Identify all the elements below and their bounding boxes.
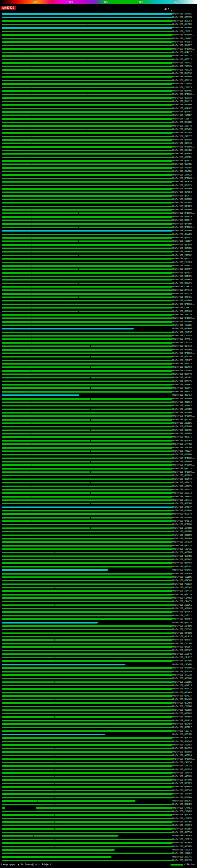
hit-bar[interactable] [2, 13, 172, 15]
hit-label[interactable]: UniRef100_UPI000... [172, 509, 197, 513]
hit-label[interactable]: UniRef100_B7FPQ0 [172, 778, 197, 782]
hit-bar[interactable] [2, 307, 172, 309]
hit-bar[interactable] [2, 317, 172, 319]
hit-label[interactable]: UniRef100_B6AHR9 [172, 803, 197, 806]
hit-bar[interactable] [2, 636, 172, 638]
hit-bar[interactable] [2, 345, 172, 347]
hit-label[interactable]: UniRef100_C1BF17 [172, 306, 197, 309]
hit-label[interactable]: UniRef100_UPI000... [172, 48, 197, 51]
hit-bar[interactable] [2, 384, 172, 385]
hit-bar[interactable] [2, 373, 172, 375]
hit-label[interactable]: UniRef100_Q5CPX4 [172, 768, 197, 771]
hit-label[interactable]: UniRef100_Q5KJU2 [172, 736, 197, 740]
hit-bar[interactable] [2, 426, 172, 427]
hit-label[interactable]: UniRef100_C3SJ54 [172, 764, 197, 768]
hit-bar[interactable] [2, 590, 172, 592]
hit-label[interactable]: UniRef100_A7NP19 [172, 684, 197, 687]
hit-label[interactable]: UniRef100_A9NWR2 [172, 383, 197, 386]
hit-bar[interactable] [2, 482, 172, 484]
hit-bar[interactable] [2, 723, 172, 725]
hit-label[interactable]: UniRef100_A7E7A0 [172, 673, 197, 677]
hit-bar[interactable] [2, 136, 172, 137]
hit-label[interactable]: UniRef100_C5P6X6 [172, 817, 197, 820]
hit-bar[interactable] [2, 45, 172, 46]
hit-label[interactable]: UniRef100_A9NKC3 [172, 404, 197, 407]
hit-label[interactable]: UniRef100_P49227 [172, 450, 197, 453]
hit-label[interactable]: UniRef100_B5G1T4 [172, 54, 197, 58]
hit-bar[interactable] [2, 157, 172, 158]
hit-label[interactable]: UniRef100_UPI000... [172, 352, 197, 355]
hit-bar[interactable] [2, 363, 172, 365]
hit-label[interactable]: UniRef100_Q26481 [172, 296, 197, 299]
hit-bar[interactable] [2, 324, 172, 326]
hit-bar[interactable] [2, 706, 172, 707]
hit-label[interactable]: UniRef100_Q8L4L4 [172, 394, 197, 397]
hit-bar[interactable] [2, 17, 172, 18]
hit-bar[interactable] [2, 573, 172, 575]
hit-label[interactable]: UniRef100_UPI000... [172, 757, 197, 761]
hit-label[interactable]: UniRef100_Q4WQS5 [172, 638, 197, 642]
hit-bar[interactable] [2, 643, 172, 645]
hit-bar[interactable] [2, 195, 172, 197]
hit-bar[interactable] [2, 786, 172, 787]
hit-bar[interactable] [2, 360, 172, 361]
hit-bar[interactable] [2, 20, 172, 22]
hit-bar[interactable] [2, 541, 172, 543]
hit-label[interactable]: UniRef100_Q9XYN6 [172, 149, 197, 152]
hit-label[interactable]: UniRef100_UPI000... [172, 457, 197, 460]
hit-bar[interactable] [2, 174, 172, 176]
hit-label[interactable]: UniRef100_A9S913 [172, 491, 197, 495]
hit-label[interactable]: UniRef100_A4S796 [172, 446, 197, 450]
hit-bar[interactable] [2, 776, 172, 777]
hit-label[interactable]: UniRef100_A0C3Y6 [172, 856, 197, 859]
hit-bar[interactable] [2, 41, 172, 43]
hit-bar[interactable] [2, 185, 172, 186]
hit-bar[interactable] [2, 615, 172, 616]
hit-label[interactable]: UniRef100_UPI000... [172, 796, 197, 799]
hit-label[interactable]: UniRef100_Q6EEQ2 [172, 558, 197, 561]
hit-label[interactable]: UniRef100_C1G346 [172, 730, 197, 733]
hit-label[interactable]: UniRef100_UPI000... [172, 212, 197, 215]
hit-label[interactable]: UniRef100_C36HP7 [172, 359, 197, 362]
hit-bar[interactable] [2, 695, 172, 697]
hit-bar[interactable] [2, 234, 172, 235]
hit-label[interactable]: UniRef100_C5FWF0 [172, 810, 197, 813]
hit-bar[interactable] [2, 129, 172, 130]
hit-label[interactable]: UniRef100_A9TX37 [172, 488, 197, 491]
hit-bar[interactable] [2, 835, 117, 837]
hit-bar[interactable] [2, 80, 172, 81]
hit-label[interactable]: UniRef100_Q56F66 [172, 327, 197, 331]
hit-label[interactable]: UniRef100_UPI000... [172, 463, 197, 467]
hit-label[interactable]: UniRef100_B2YI25 [172, 184, 197, 187]
hit-label[interactable]: UniRef100_A9PH69 [172, 537, 197, 540]
hit-label[interactable]: UniRef100_Q5KCZ7 [172, 694, 197, 698]
hit-bar[interactable] [2, 146, 172, 148]
hit-bar[interactable] [2, 559, 172, 560]
hit-bar[interactable] [2, 304, 172, 305]
hit-label[interactable]: UniRef100_A9SEW1 [172, 422, 197, 425]
hit-label[interactable]: UniRef100_A4RHG5 [172, 775, 197, 778]
hit-bar[interactable] [2, 328, 133, 330]
hit-bar[interactable] [2, 398, 172, 400]
hit-label[interactable]: UniRef100_A9UDR2 [172, 376, 197, 379]
hit-label[interactable]: UniRef100_Q6GN71 [172, 194, 197, 198]
hit-bar[interactable] [2, 405, 172, 406]
hit-label[interactable]: UniRef100_Q65353 [172, 20, 197, 23]
hit-label[interactable]: UniRef100_B0WWN5 [172, 250, 197, 253]
hit-bar[interactable] [2, 69, 172, 71]
hit-bar[interactable] [2, 632, 172, 634]
hit-label[interactable]: UniRef100_B5WK63 [172, 698, 197, 701]
hit-label[interactable]: UniRef100_C4WRG7 [172, 37, 197, 40]
hit-label[interactable]: UniRef100_Q7PLA7 [172, 271, 197, 275]
hit-bar[interactable] [2, 664, 124, 665]
hit-bar[interactable] [2, 486, 172, 487]
hit-bar[interactable] [2, 366, 172, 368]
hit-bar[interactable] [2, 755, 172, 756]
hit-bar[interactable] [2, 286, 172, 287]
hit-label[interactable]: UniRef100_B2YHY0 [172, 373, 197, 376]
hit-label[interactable]: UniRef100_UPI000... [172, 145, 197, 149]
hit-label[interactable]: UniRef100_UPI000... [172, 320, 197, 323]
hit-bar[interactable] [2, 181, 172, 183]
hit-label[interactable]: UniRef100_C9ZZL3 [172, 848, 197, 852]
hit-label[interactable]: UniRef100_Q5JGY1 [172, 257, 197, 260]
